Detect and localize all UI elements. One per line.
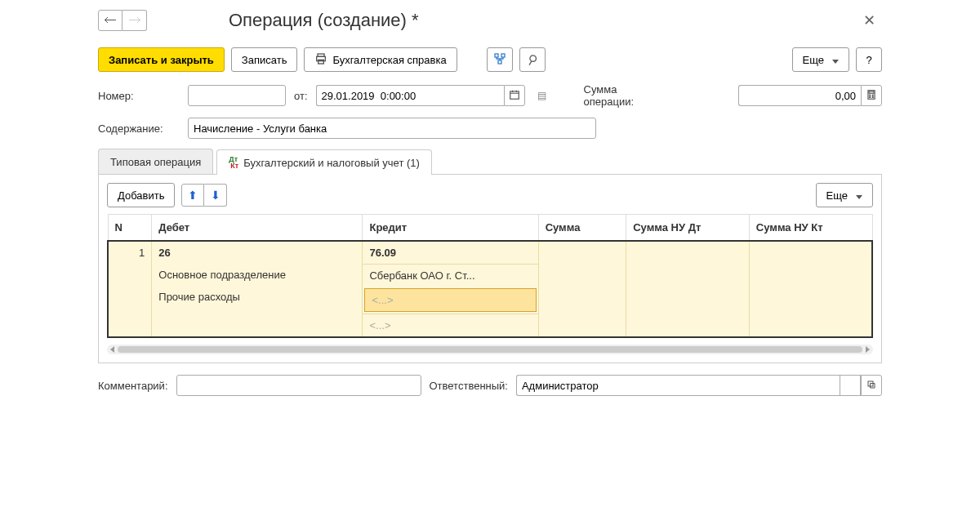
write-and-close-button[interactable]: Записать и закрыть bbox=[98, 47, 225, 72]
tab-accounting[interactable]: ДтКт Бухгалтерский и налоговый учет (1) bbox=[216, 149, 432, 175]
responsible-label: Ответственный: bbox=[430, 380, 508, 392]
open-icon bbox=[866, 380, 876, 392]
move-down-button[interactable]: ⬇ bbox=[204, 184, 227, 207]
responsible-open-button[interactable] bbox=[861, 375, 882, 396]
arrow-up-icon: ⬆ bbox=[188, 189, 198, 202]
arrow-down-icon: ⬇ bbox=[211, 189, 220, 202]
calendar-icon bbox=[509, 89, 520, 103]
cell-sum-nu-dt[interactable] bbox=[626, 241, 750, 337]
more-button[interactable]: Еще bbox=[792, 47, 849, 72]
hierarchy-icon bbox=[493, 52, 506, 68]
attach-button[interactable]: ⚲ bbox=[519, 47, 546, 72]
calculator-button[interactable] bbox=[861, 85, 882, 106]
paperclip-icon: ⚲ bbox=[524, 51, 541, 69]
nav-forward-button[interactable]: 🡒 bbox=[122, 10, 147, 31]
svg-point-9 bbox=[870, 95, 871, 96]
content-input[interactable] bbox=[188, 118, 596, 139]
printer-icon bbox=[314, 52, 327, 68]
print-report-label: Бухгалтерская справка bbox=[332, 54, 446, 66]
more-label: Еще bbox=[803, 54, 824, 66]
calculator-icon bbox=[866, 89, 877, 103]
col-sum-nu-dt[interactable]: Сумма НУ Дт bbox=[626, 215, 750, 242]
page-title: Операция (создание) * bbox=[229, 10, 419, 31]
svg-point-10 bbox=[872, 95, 873, 96]
comment-input[interactable] bbox=[176, 375, 421, 396]
cell-sum[interactable] bbox=[538, 241, 626, 337]
comment-label: Комментарий: bbox=[98, 380, 168, 392]
credit-sub-editing[interactable]: <...> bbox=[364, 288, 536, 312]
col-n[interactable]: N bbox=[108, 215, 152, 242]
chevron-down-icon bbox=[853, 189, 862, 202]
table-row[interactable]: 1 26 Основное подразделение Прочие расхо… bbox=[108, 241, 872, 337]
chevron-down-icon bbox=[829, 54, 839, 66]
svg-rect-8 bbox=[869, 91, 874, 92]
tab-typical-operation[interactable]: Типовая операция bbox=[98, 149, 213, 174]
number-input[interactable] bbox=[188, 85, 286, 106]
content-label: Содержание: bbox=[98, 122, 180, 135]
from-label: от: bbox=[294, 90, 308, 102]
cell-sum-nu-kt[interactable] bbox=[749, 241, 872, 337]
number-label: Номер: bbox=[98, 90, 180, 102]
tab-more-button[interactable]: Еще bbox=[816, 183, 873, 207]
date-input[interactable] bbox=[316, 85, 504, 106]
cell-n: 1 bbox=[108, 241, 152, 337]
help-button[interactable]: ? bbox=[856, 47, 882, 72]
svg-rect-3 bbox=[495, 54, 498, 57]
horizontal-scrollbar[interactable] bbox=[107, 345, 873, 354]
col-debit[interactable]: Дебет bbox=[152, 215, 363, 242]
sum-label: Сумма операции: bbox=[584, 83, 635, 108]
calendar-button[interactable] bbox=[504, 85, 525, 106]
col-sum-nu-kt[interactable]: Сумма НУ Кт bbox=[749, 215, 872, 242]
svg-point-12 bbox=[872, 96, 873, 97]
responsible-dropdown-button[interactable] bbox=[840, 375, 861, 396]
move-up-button[interactable]: ⬆ bbox=[181, 184, 204, 207]
sum-input[interactable] bbox=[738, 85, 861, 106]
col-sum[interactable]: Сумма bbox=[538, 215, 626, 242]
add-row-button[interactable]: Добавить bbox=[107, 183, 175, 207]
responsible-input[interactable] bbox=[516, 375, 840, 396]
hierarchy-button[interactable] bbox=[487, 47, 513, 72]
svg-point-11 bbox=[870, 96, 871, 97]
entries-table: N Дебет Кредит Сумма Сумма НУ Дт Сумма Н… bbox=[107, 214, 873, 338]
nav-back-button[interactable]: 🡐 bbox=[98, 10, 122, 31]
cell-debit[interactable]: 26 Основное подразделение Прочие расходы bbox=[152, 241, 363, 337]
col-credit[interactable]: Кредит bbox=[363, 215, 538, 242]
scrollbar-thumb[interactable] bbox=[118, 346, 862, 353]
close-icon[interactable]: ✕ bbox=[857, 8, 882, 33]
print-report-button[interactable]: Бухгалтерская справка bbox=[304, 47, 457, 72]
dtkt-icon: ДтКт bbox=[229, 156, 238, 169]
note-icon[interactable]: ▤ bbox=[533, 87, 551, 105]
svg-rect-5 bbox=[498, 60, 501, 64]
write-button[interactable]: Записать bbox=[231, 47, 298, 72]
svg-rect-6 bbox=[510, 91, 519, 98]
cell-credit[interactable]: 76.09 Сбербанк ОАО г. Ст... <...> <...> bbox=[363, 241, 538, 337]
svg-rect-4 bbox=[501, 54, 505, 57]
